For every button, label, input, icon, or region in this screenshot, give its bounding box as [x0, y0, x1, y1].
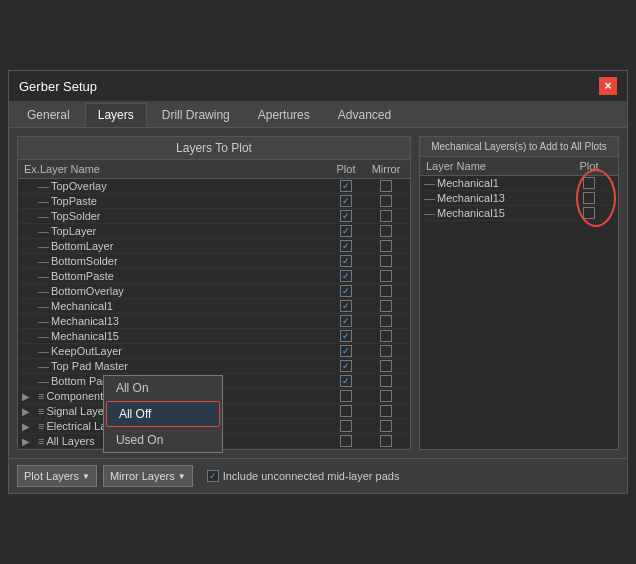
tab-advanced[interactable]: Advanced	[325, 103, 404, 127]
mirror-cb[interactable]	[380, 195, 392, 207]
plot-cb[interactable]	[340, 345, 352, 357]
col-plot: Plot	[326, 162, 366, 176]
mirror-cb[interactable]	[380, 375, 392, 387]
left-panel-header: Layers To Plot	[18, 137, 410, 160]
menu-item-all-off[interactable]: All Off	[106, 401, 220, 427]
mirror-cb[interactable]	[380, 405, 392, 417]
mirror-cb[interactable]	[380, 345, 392, 357]
mirror-cb[interactable]	[380, 360, 392, 372]
right-plot-cb[interactable]	[583, 207, 595, 219]
table-row: —TopLayer	[18, 224, 410, 239]
expand-icon: ▶	[22, 421, 38, 432]
plot-cb[interactable]	[340, 255, 352, 267]
mirror-cb[interactable]	[380, 255, 392, 267]
table-row: —TopSolder	[18, 209, 410, 224]
plot-cb[interactable]	[340, 240, 352, 252]
bottom-bar: Plot Layers ▼ Mirror Layers ▼ All On All…	[9, 458, 627, 493]
plot-cb[interactable]	[340, 435, 352, 447]
plot-cb[interactable]	[340, 210, 352, 222]
mirror-cb[interactable]	[380, 330, 392, 342]
plot-cb[interactable]	[340, 360, 352, 372]
table-row: —BottomOverlay	[18, 284, 410, 299]
plot-cb[interactable]	[340, 225, 352, 237]
plot-cb[interactable]	[340, 285, 352, 297]
mirror-cb[interactable]	[380, 285, 392, 297]
right-layers-list: —Mechanical1 —Mechanical13 —Mechanical15	[420, 176, 618, 221]
table-row: —KeepOutLayer	[18, 344, 410, 359]
table-row: —BottomPaste	[18, 269, 410, 284]
title-bar: Gerber Setup ×	[9, 71, 627, 101]
right-panel-header: Mechanical Layers(s) to Add to All Plots	[420, 137, 618, 157]
mirror-layers-group: Mirror Layers ▼ All On All Off Used On	[103, 465, 193, 487]
plot-cb[interactable]	[340, 180, 352, 192]
table-row: —Mechanical13	[18, 314, 410, 329]
right-col-plot: Plot	[564, 159, 614, 173]
close-button[interactable]: ×	[599, 77, 617, 95]
plot-cb[interactable]	[340, 420, 352, 432]
expand-icon: ▶	[22, 436, 38, 447]
mirror-cb[interactable]	[380, 240, 392, 252]
table-row: —TopOverlay	[18, 179, 410, 194]
left-table-header: Ex... Layer Name Plot Mirror	[18, 160, 410, 179]
col-mirror: Mirror	[366, 162, 406, 176]
table-row: —Mechanical13	[420, 191, 618, 206]
mirror-dropdown-menu: All On All Off Used On	[103, 375, 223, 453]
table-row: —Mechanical15	[18, 329, 410, 344]
tab-layers[interactable]: Layers	[85, 103, 147, 127]
plot-cb[interactable]	[340, 300, 352, 312]
table-row: —Mechanical1	[420, 176, 618, 191]
mirror-cb[interactable]	[380, 300, 392, 312]
table-row: —Mechanical15	[420, 206, 618, 221]
plot-cb[interactable]	[340, 315, 352, 327]
mirror-cb[interactable]	[380, 210, 392, 222]
mirror-cb[interactable]	[380, 390, 392, 402]
menu-item-all-on[interactable]: All On	[104, 376, 222, 400]
plot-layers-button[interactable]: Plot Layers ▼	[17, 465, 97, 487]
mirror-layers-button[interactable]: Mirror Layers ▼	[103, 465, 193, 487]
col-ex: Ex...	[22, 162, 38, 176]
plot-cb[interactable]	[340, 270, 352, 282]
col-layer-name: Layer Name	[38, 162, 326, 176]
right-plot-cb[interactable]	[583, 192, 595, 204]
right-panel: Mechanical Layers(s) to Add to All Plots…	[419, 136, 619, 450]
right-table-header: Layer Name Plot	[420, 157, 618, 176]
plot-cb[interactable]	[340, 330, 352, 342]
mirror-cb[interactable]	[380, 225, 392, 237]
plot-cb[interactable]	[340, 195, 352, 207]
tab-apertures[interactable]: Apertures	[245, 103, 323, 127]
include-unconnected-label[interactable]: Include unconnected mid-layer pads	[207, 470, 400, 482]
tab-drill[interactable]: Drill Drawing	[149, 103, 243, 127]
plot-layers-group: Plot Layers ▼	[17, 465, 97, 487]
table-row: —TopPaste	[18, 194, 410, 209]
dialog: Gerber Setup × General Layers Drill Draw…	[8, 70, 628, 494]
expand-icon: ▶	[22, 406, 38, 417]
table-row: —BottomLayer	[18, 239, 410, 254]
right-col-layer: Layer Name	[424, 159, 564, 173]
table-row: —Mechanical1	[18, 299, 410, 314]
mirror-cb[interactable]	[380, 270, 392, 282]
menu-item-used-on[interactable]: Used On	[104, 428, 222, 452]
plot-cb[interactable]	[340, 405, 352, 417]
tab-general[interactable]: General	[14, 103, 83, 127]
dialog-title: Gerber Setup	[19, 79, 97, 94]
plot-layers-arrow: ▼	[82, 472, 90, 481]
table-row: —BottomSolder	[18, 254, 410, 269]
tab-bar: General Layers Drill Drawing Apertures A…	[9, 101, 627, 128]
content-area: Layers To Plot Ex... Layer Name Plot Mir…	[9, 128, 627, 458]
mirror-cb[interactable]	[380, 420, 392, 432]
mirror-cb[interactable]	[380, 180, 392, 192]
include-unconnected-cb[interactable]	[207, 470, 219, 482]
plot-cb[interactable]	[340, 375, 352, 387]
table-row: —Top Pad Master	[18, 359, 410, 374]
mirror-cb[interactable]	[380, 315, 392, 327]
plot-cb[interactable]	[340, 390, 352, 402]
mirror-cb[interactable]	[380, 435, 392, 447]
right-plot-cb[interactable]	[583, 177, 595, 189]
expand-icon: ▶	[22, 391, 38, 402]
mirror-layers-arrow: ▼	[178, 472, 186, 481]
